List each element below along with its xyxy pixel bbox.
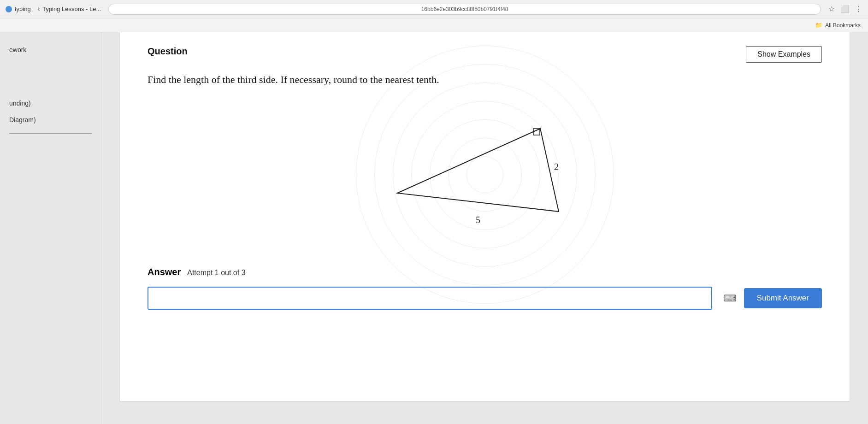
question-title: Question xyxy=(148,46,188,57)
typing-tab-icon xyxy=(6,6,12,12)
main-content: Question Show Examples Find the length o… xyxy=(101,32,868,424)
page-layout: ework unding) Diagram) Question Show Exa… xyxy=(0,32,868,424)
content-area: Question Show Examples Find the length o… xyxy=(120,32,850,401)
answer-label: Answer xyxy=(148,267,181,277)
url-bar[interactable]: 16bb6e2e303b9cc88f50b0791f4f48 xyxy=(108,4,821,15)
keyboard-icon[interactable]: ⌨ xyxy=(723,293,737,304)
screen-icon[interactable]: ⬜ xyxy=(840,5,850,13)
svg-marker-0 xyxy=(397,129,559,212)
attempt-text: Attempt 1 out of 3 xyxy=(187,269,245,277)
tab-page-icon: t xyxy=(38,6,40,12)
sidebar-item-ework[interactable]: ework xyxy=(0,41,101,58)
browser-bar: typing t Typing Lessons - Le... 16bb6e2e… xyxy=(0,0,868,18)
triangle-diagram: 2 5 xyxy=(370,101,600,248)
menu-icon[interactable]: ⋮ xyxy=(855,5,862,13)
sidebar: ework unding) Diagram) xyxy=(0,32,101,424)
diagram-container: 2 5 xyxy=(148,101,822,248)
submit-answer-button[interactable]: Submit Answer xyxy=(744,288,822,308)
folder-icon: 📁 xyxy=(815,22,822,29)
tab-typing-lessons[interactable]: t Typing Lessons - Le... xyxy=(38,6,101,12)
side5-label: 5 xyxy=(476,215,480,225)
sidebar-item-diagram[interactable]: Diagram) xyxy=(0,112,101,128)
sidebar-item-unding[interactable]: unding) xyxy=(0,95,101,112)
side2-label: 2 xyxy=(554,162,559,172)
browser-actions: ☆ ⬜ ⋮ xyxy=(828,5,862,13)
bookmarks-bar: 📁 All Bookmarks xyxy=(0,18,868,32)
show-examples-button[interactable]: Show Examples xyxy=(746,46,822,63)
star-icon[interactable]: ☆ xyxy=(828,5,835,13)
tab-typing[interactable]: typing xyxy=(6,6,31,12)
